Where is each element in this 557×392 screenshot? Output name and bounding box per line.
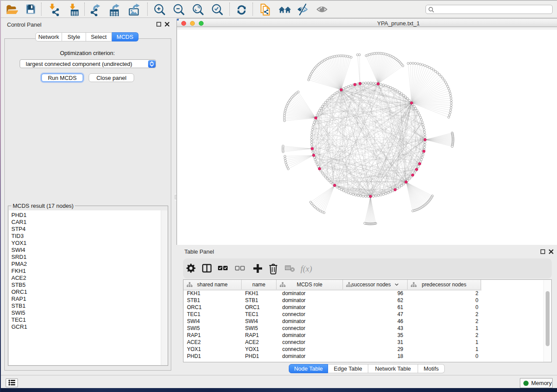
cell-succ: 47 (377, 311, 403, 318)
tab-motifs[interactable]: Motifs (418, 364, 445, 373)
cell-role: dominator (282, 290, 305, 297)
network-canvas[interactable] (177, 30, 557, 245)
mcds-list-item[interactable]: FKH1 (11, 268, 167, 275)
close-panel-icon[interactable] (165, 22, 170, 27)
table-row[interactable]: SWI5SWI5connector431 (183, 325, 544, 332)
tab-network-table[interactable]: Network Table (368, 364, 418, 373)
deselect-all-icon[interactable] (234, 263, 248, 277)
cell-shared_name: YOX1 (187, 346, 201, 353)
column-header-MCDS-role[interactable]: MCDS role (277, 280, 343, 289)
delete-table-icon[interactable] (284, 263, 298, 277)
mcds-list-item[interactable]: SRD1 (11, 254, 167, 261)
column-type-icon (411, 282, 417, 287)
table-row[interactable]: YOX1YOX1connector291 (183, 346, 544, 353)
export-network-icon[interactable] (89, 3, 102, 16)
open-file-icon[interactable] (5, 3, 18, 16)
search-box[interactable] (426, 5, 553, 14)
memory-status-icon (523, 381, 529, 386)
table-row[interactable]: PHD1PHD1dominator180 (183, 353, 544, 360)
mcds-list-item[interactable]: STB5 (11, 282, 167, 289)
hide-selection-icon[interactable] (297, 3, 310, 16)
select-all-icon[interactable] (217, 263, 231, 277)
network-frame: YPA_prune.txt_1 (176, 18, 557, 245)
network-frame-titlebar[interactable]: YPA_prune.txt_1 (176, 18, 557, 27)
new-network-from-selection-icon[interactable] (259, 3, 272, 16)
close-panel-button[interactable]: Close panel (89, 73, 134, 82)
zoom-in-icon[interactable] (153, 3, 166, 16)
show-all-icon[interactable] (316, 3, 329, 16)
mcds-list-item[interactable]: GCR1 (11, 323, 167, 330)
mcds-result-list[interactable]: PHD1CAR1STP4TID3YOX1SWI4SRD1PMA2FKH1ACE2… (9, 210, 167, 365)
column-header-shared-name[interactable]: shared name (183, 280, 242, 289)
table-row[interactable]: SWI4SWI4dominator462 (183, 318, 544, 325)
mcds-list-item[interactable]: CAR1 (11, 219, 167, 226)
mcds-list-item[interactable]: ORC1 (11, 289, 167, 296)
import-table-icon[interactable] (66, 3, 79, 16)
mcds-list-item[interactable]: SWI4 (11, 247, 167, 254)
float-panel-icon[interactable] (540, 249, 545, 254)
close-window-icon[interactable] (181, 21, 186, 26)
run-mcds-button[interactable]: Run MCDS (41, 73, 83, 82)
table-row[interactable]: STB1STB1dominator620 (183, 297, 544, 304)
apply-layout-icon[interactable] (235, 3, 248, 16)
tab-node-table[interactable]: Node Table (289, 364, 328, 373)
maximize-window-icon[interactable] (199, 21, 204, 26)
table-row[interactable]: ACE2ACE2connector311 (183, 339, 544, 346)
zoom-selected-icon[interactable] (211, 3, 224, 16)
tab-edge-table[interactable]: Edge Table (328, 364, 368, 373)
tab-style[interactable]: Style (62, 32, 86, 41)
export-table-icon[interactable] (108, 3, 121, 16)
table-row[interactable]: RAP1RAP1dominator352 (183, 332, 544, 339)
tab-mcds[interactable]: MCDS (112, 32, 138, 41)
mcds-list-item[interactable]: PHD1 (11, 212, 167, 219)
cell-succ: 29 (377, 346, 403, 353)
tab-network[interactable]: Network (35, 32, 62, 41)
column-header-name[interactable]: name (242, 280, 277, 289)
mcds-list-item[interactable]: YOX1 (11, 240, 167, 247)
save-session-icon[interactable] (24, 3, 37, 16)
show-columns-icon[interactable] (201, 263, 215, 277)
memory-button[interactable]: Memory (520, 378, 553, 388)
search-icon (428, 7, 435, 13)
cell-pred: 0 (452, 304, 478, 311)
cell-pred: 2 (452, 318, 478, 325)
float-panel-icon[interactable] (156, 22, 161, 27)
column-header-successor-nodes[interactable]: successor nodes (343, 280, 408, 289)
table-panel-title: Table Panel (184, 248, 214, 255)
first-neighbors-icon[interactable] (278, 3, 291, 16)
mcds-list-item[interactable]: ACE2 (11, 275, 167, 282)
criterion-dropdown[interactable]: largest connected component (undirected) (20, 59, 156, 68)
export-image-icon[interactable] (128, 3, 141, 16)
settings-icon[interactable] (185, 263, 199, 277)
zoom-fit-icon[interactable] (192, 3, 205, 16)
table-scrollbar[interactable] (543, 280, 551, 362)
mcds-list-item[interactable]: TID3 (11, 233, 167, 240)
zoom-out-icon[interactable] (173, 3, 186, 16)
mcds-list-scrollbar[interactable] (161, 210, 167, 365)
mcds-list-item[interactable]: SWI5 (11, 309, 167, 316)
table-panel-tabs: Node TableEdge TableNetwork TableMotifs (289, 364, 445, 373)
table-row[interactable]: ORC1ORC1dominator610 (183, 304, 544, 311)
mcds-list-item[interactable]: TEC1 (11, 316, 167, 323)
table-scrollbar-thumb[interactable] (546, 291, 550, 346)
panel-toggle-button[interactable] (6, 378, 18, 387)
cell-pred: 2 (452, 332, 478, 339)
network-frame-title: YPA_prune.txt_1 (240, 20, 557, 27)
add-column-icon[interactable] (251, 263, 265, 277)
function-builder-icon[interactable]: f(x) (300, 263, 314, 277)
close-panel-icon[interactable] (549, 249, 554, 254)
import-network-icon[interactable] (47, 3, 60, 16)
mcds-list-item[interactable]: STB1 (11, 303, 167, 309)
column-header-predecessor-nodes[interactable]: predecessor nodes (408, 280, 481, 289)
mcds-list-item[interactable]: STP4 (11, 226, 167, 233)
mcds-list-item[interactable]: RAP1 (11, 296, 167, 303)
minimize-window-icon[interactable] (190, 21, 195, 26)
search-input[interactable] (436, 6, 551, 14)
tab-select[interactable]: Select (86, 32, 112, 41)
table-row[interactable]: TEC1TEC1connector472 (183, 311, 544, 318)
cell-shared_name: STB1 (187, 297, 200, 304)
table-row[interactable]: FKH1FKH1dominator962 (183, 290, 544, 297)
network-frame-content (176, 27, 557, 245)
mcds-list-item[interactable]: PMA2 (11, 261, 167, 268)
delete-column-icon[interactable] (267, 263, 281, 277)
